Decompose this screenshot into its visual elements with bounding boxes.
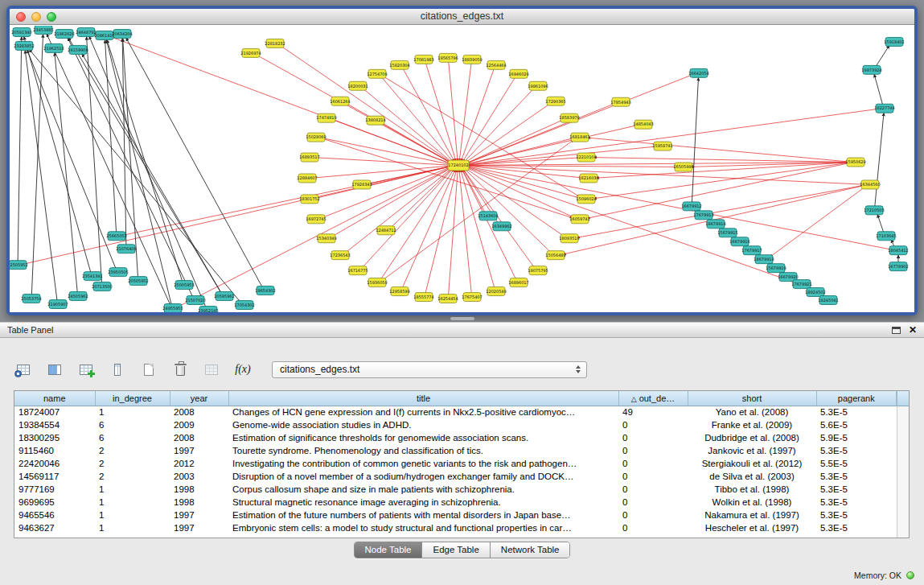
cell-name[interactable]: 14569117 <box>14 470 95 483</box>
zoom-window-button[interactable] <box>47 12 56 22</box>
graph-node[interactable]: 17210503 <box>864 206 884 215</box>
cell-out_degree[interactable]: 0 <box>618 521 688 534</box>
graph-node[interactable]: 16716775 <box>347 266 368 275</box>
graph-node[interactable]: 17854943 <box>610 97 630 106</box>
cell-title[interactable]: Genome-wide association studies in ADHD. <box>228 418 618 431</box>
graph-node[interactable]: 16818461 <box>569 133 589 142</box>
graph-node[interactable]: 15056489 <box>545 251 565 260</box>
graph-node[interactable]: 18839059 <box>462 55 482 64</box>
table-row[interactable]: 969969511998Structural magnetic resonanc… <box>14 496 897 509</box>
graph-node[interactable]: 15143604 <box>478 212 498 220</box>
graph-node[interactable]: 23950505 <box>108 268 128 277</box>
table-mode-button[interactable] <box>13 359 34 380</box>
graph-node[interactable]: 21962518 <box>43 43 64 52</box>
cell-pagerank[interactable]: 5.3E-5 <box>816 483 897 496</box>
cell-in_degree[interactable]: 1 <box>95 496 170 509</box>
graph-node[interactable]: 22505952 <box>10 261 28 270</box>
table-row[interactable]: 977716911998Corpus callosum shape and si… <box>14 483 897 496</box>
cell-in_degree[interactable]: 1 <box>95 509 170 521</box>
table-row[interactable]: 2242004622012Investigating the contribut… <box>14 457 897 470</box>
cell-year[interactable]: 1998 <box>170 483 228 496</box>
cell-short[interactable]: Tibbo et al. (1998) <box>688 483 816 496</box>
graph-node[interactable]: 18301752 <box>299 195 319 204</box>
graph-node[interactable]: 16946029 <box>508 69 528 78</box>
cell-title[interactable]: Estimation of the future numbers of pati… <box>228 509 618 521</box>
cell-out_degree[interactable]: 0 <box>618 457 688 470</box>
cell-short[interactable]: Hescheler et al. (1997) <box>688 521 816 534</box>
panel-splitter[interactable] <box>0 315 924 322</box>
cell-title[interactable]: Tourette syndrome. Phenomenology and cla… <box>228 444 618 457</box>
column-header-short[interactable]: short <box>688 391 816 406</box>
graph-node[interactable]: 25053754 <box>21 295 41 303</box>
graph-node[interactable]: 17240102 <box>448 160 469 171</box>
graph-node[interactable]: 22818232 <box>265 39 285 47</box>
cell-title[interactable]: Structural magnetic resonance image aver… <box>228 496 618 509</box>
cell-name[interactable]: 18300295 <box>14 431 95 444</box>
import-table-button[interactable] <box>201 359 222 380</box>
cell-title[interactable]: Corpus callosum shape and size in male p… <box>228 483 618 496</box>
graph-node[interactable]: 20713500 <box>92 282 112 291</box>
graph-node[interactable]: 24505962 <box>68 292 88 301</box>
graph-node[interactable]: 15820304 <box>389 60 409 69</box>
table-selector-dropdown[interactable]: citations_edges.txt <box>272 361 587 378</box>
table-row[interactable]: 946362711997Embryonic stem cells: a mode… <box>14 521 897 534</box>
graph-node[interactable]: 21507020 <box>185 296 205 305</box>
cell-name[interactable]: 9777169 <box>14 483 95 496</box>
vertical-scrollbar[interactable] <box>897 406 909 538</box>
graph-node[interactable]: 18200031 <box>347 81 368 90</box>
column-header-name[interactable]: name <box>14 391 95 406</box>
graph-node[interactable]: 16344560 <box>860 180 880 189</box>
graph-node[interactable]: 25005953 <box>174 281 194 290</box>
cell-name[interactable]: 9463627 <box>14 521 95 534</box>
cell-out_degree[interactable]: 0 <box>618 509 688 521</box>
graph-node[interactable]: 18583979 <box>559 113 579 122</box>
close-window-button[interactable] <box>16 12 26 22</box>
graph-node[interactable]: 17675407 <box>462 293 482 302</box>
graph-node[interactable]: 18227744 <box>874 104 894 113</box>
graph-node[interactable]: 20505952 <box>128 277 148 286</box>
graph-node[interactable]: 15679915 <box>717 229 737 237</box>
table-row[interactable]: 946554611997Estimation of the future num… <box>14 509 897 521</box>
graph-node[interactable]: 12020549 <box>486 287 506 296</box>
tab-node-table[interactable]: Node Table <box>355 542 423 558</box>
cell-in_degree[interactable]: 2 <box>95 470 170 483</box>
table-row[interactable]: 1872400712008Changes of HCN gene express… <box>14 406 897 418</box>
new-table-button[interactable] <box>138 359 159 380</box>
graph-node[interactable]: 19565796 <box>437 53 458 62</box>
graph-node[interactable]: 25665053 <box>106 232 126 241</box>
table-row[interactable]: 1456911722003Disruption of a novel membe… <box>14 470 897 483</box>
graph-node[interactable]: 18924502 <box>805 288 825 297</box>
cell-name[interactable]: 18724007 <box>14 406 95 418</box>
graph-node[interactable]: 14854043 <box>633 120 653 129</box>
graph-node[interactable]: 23952145 <box>198 307 218 312</box>
column-header-pagerank[interactable]: pagerank <box>816 391 897 406</box>
graph-node[interactable]: 19861096 <box>528 81 548 90</box>
graph-node[interactable]: 16778902 <box>888 262 908 271</box>
column-header-title[interactable]: title <box>228 391 618 406</box>
table-row[interactable]: 1830029562008Estimation of significance … <box>14 431 897 444</box>
graph-node[interactable]: 17103645 <box>876 232 896 241</box>
graph-node[interactable]: 12210104 <box>576 153 596 162</box>
cell-pagerank[interactable]: 5.3E-5 <box>816 496 897 509</box>
graph-node[interactable]: 18093519 <box>559 234 579 243</box>
minimize-window-button[interactable] <box>31 12 41 22</box>
graph-node[interactable]: 17081983 <box>413 55 433 64</box>
graph-node[interactable]: 12958599 <box>389 287 409 296</box>
close-panel-icon[interactable]: ✕ <box>909 325 917 335</box>
graph-node[interactable]: 17474819 <box>316 113 336 122</box>
cell-in_degree[interactable]: 1 <box>95 483 170 496</box>
cell-out_degree[interactable]: 0 <box>618 470 688 483</box>
cell-year[interactable]: 1997 <box>170 521 228 534</box>
table-row[interactable]: 911546021997Tourette syndrome. Phenomeno… <box>14 444 897 457</box>
graph-node[interactable]: 12754709 <box>367 69 387 78</box>
cell-name[interactable]: 9699695 <box>14 496 95 509</box>
graph-node[interactable]: 23453885 <box>33 26 53 34</box>
cell-in_degree[interactable]: 6 <box>95 431 170 444</box>
graph-node[interactable]: 17679917 <box>741 246 762 255</box>
cell-short[interactable]: Franke et al. (2009) <box>688 418 816 431</box>
graph-node[interactable]: 19973924 <box>861 65 881 74</box>
cell-pagerank[interactable]: 5.3E-5 <box>816 470 897 483</box>
graph-node[interactable]: 20634204 <box>112 29 132 38</box>
graph-node[interactable]: 12564464 <box>486 60 506 69</box>
cell-pagerank[interactable]: 5.3E-5 <box>816 509 897 521</box>
